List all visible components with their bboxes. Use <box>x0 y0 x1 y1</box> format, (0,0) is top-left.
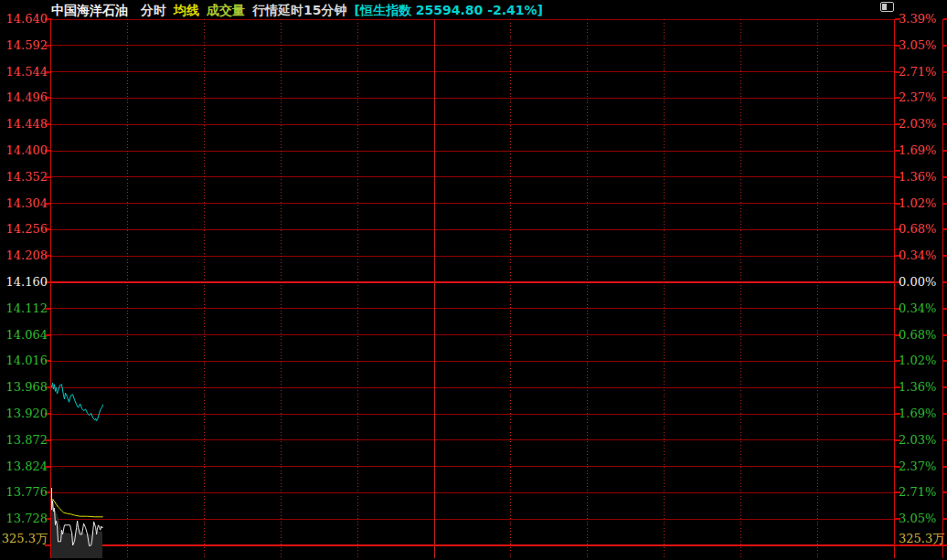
tab-timeshare[interactable]: 分时 <box>141 3 166 19</box>
pct-axis-label: 2.03% <box>899 434 947 447</box>
price-axis-label: 14.160 <box>0 276 48 289</box>
pct-axis-label: 2.71% <box>899 66 947 79</box>
price-axis-label: 14.304 <box>0 197 48 210</box>
pct-axis-label: 325.3万 <box>899 533 947 545</box>
price-axis-label: 14.352 <box>0 171 48 184</box>
pct-axis-label: 1.36% <box>899 381 947 394</box>
tab-moving-average[interactable]: 均线 <box>174 3 199 19</box>
pct-axis-label: 2.37% <box>899 460 947 473</box>
tab-volume[interactable]: 成交量 <box>207 3 245 19</box>
price-axis-label: 14.400 <box>0 144 48 157</box>
pct-axis-label: 0.68% <box>899 223 947 236</box>
price-axis-label: 14.208 <box>0 249 48 262</box>
price-axis-label: 13.872 <box>0 434 48 447</box>
pct-axis-label: 1.02% <box>899 197 947 210</box>
pct-axis-label: 0.34% <box>899 302 947 315</box>
price-axis-label: 14.064 <box>0 329 48 342</box>
pct-axis-label: 3.39% <box>899 13 947 26</box>
chart-canvas[interactable] <box>0 0 947 560</box>
price-axis-label: 13.776 <box>0 486 48 499</box>
stock-title: 中国海洋石油 <box>51 3 128 19</box>
price-axis-label: 13.728 <box>0 512 48 525</box>
pct-axis-label: 0.68% <box>899 329 947 342</box>
price-axis-label: 13.968 <box>0 381 48 394</box>
pct-axis-label: 1.69% <box>899 144 947 157</box>
pct-axis-label: 1.36% <box>899 171 947 184</box>
price-axis-label: 14.448 <box>0 118 48 131</box>
price-axis-label: 14.544 <box>0 66 48 79</box>
grid <box>45 19 947 558</box>
price-axis-label: 14.016 <box>0 354 48 367</box>
intraday-chart-window: 中国海洋石油 分时 均线 成交量 行情延时15分钟 [恒生指数 25594.80… <box>0 0 947 560</box>
price-axis-label: 14.256 <box>0 223 48 236</box>
panel-toggle-icon[interactable] <box>880 2 894 12</box>
price-axis-label: 14.592 <box>0 39 48 52</box>
price-axis-label: 14.112 <box>0 302 48 315</box>
pct-axis-label: 1.02% <box>899 354 947 367</box>
pct-axis-label: 3.05% <box>899 512 947 525</box>
pct-axis-label: 2.03% <box>899 118 947 131</box>
hang-seng-index-quote[interactable]: [恒生指数 25594.80 -2.41%] <box>354 3 542 19</box>
price-axis-label: 14.640 <box>0 13 48 26</box>
pct-axis-label: 2.71% <box>899 486 947 499</box>
price-axis-label: 325.3万 <box>0 533 48 545</box>
index-overlay-line <box>52 383 103 421</box>
price-axis-label: 13.824 <box>0 460 48 473</box>
price-axis-label: 13.920 <box>0 407 48 420</box>
price-axis-label: 14.496 <box>0 91 48 104</box>
avg-price-line <box>53 499 103 517</box>
chart-header: 中国海洋石油 分时 均线 成交量 行情延时15分钟 [恒生指数 25594.80… <box>51 3 543 19</box>
pct-axis-label: 0.34% <box>899 249 947 262</box>
quote-delay-note: 行情延时15分钟 <box>252 3 346 19</box>
pct-axis-label: 3.05% <box>899 39 947 52</box>
pct-axis-label: 2.37% <box>899 91 947 104</box>
pct-axis-label: 1.69% <box>899 407 947 420</box>
pct-axis-label: 0.00% <box>899 276 947 289</box>
panel-toggle-icon-fill <box>882 4 887 10</box>
